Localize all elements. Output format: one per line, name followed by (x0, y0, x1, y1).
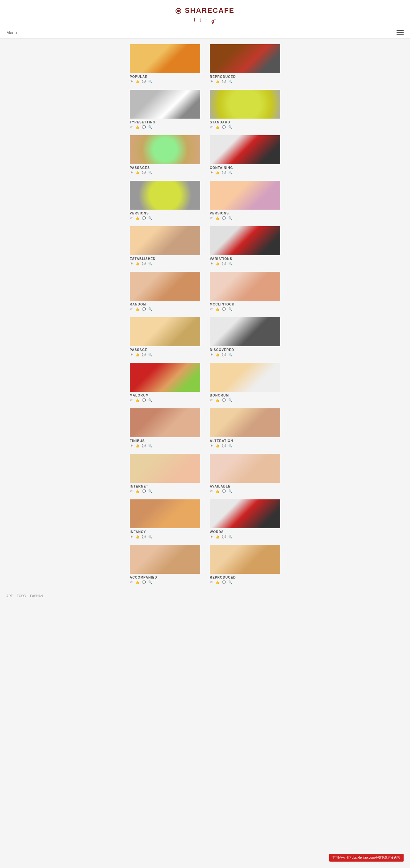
action-icon-1[interactable]: 👍 (215, 125, 219, 129)
action-icon-3[interactable]: 🔍 (228, 353, 232, 356)
action-icon-1[interactable]: 👍 (136, 80, 139, 83)
action-icon-0[interactable]: 👁 (130, 262, 133, 266)
image-variations[interactable] (210, 226, 280, 255)
action-icon-2[interactable]: 💬 (142, 80, 146, 83)
action-icon-2[interactable]: 💬 (222, 581, 226, 584)
action-icon-0[interactable]: 👁 (210, 80, 213, 83)
action-icon-1[interactable]: 👍 (136, 535, 139, 538)
action-icon-2[interactable]: 💬 (142, 262, 146, 266)
image-passages[interactable] (130, 135, 200, 164)
action-icon-0[interactable]: 👁 (210, 307, 213, 311)
action-icon-0[interactable]: 👁 (130, 307, 133, 311)
action-icon-0[interactable]: 👁 (130, 535, 133, 538)
action-icon-3[interactable]: 🔍 (148, 398, 152, 402)
action-icon-1[interactable]: 👍 (136, 398, 139, 402)
action-icon-3[interactable]: 🔍 (228, 398, 232, 402)
action-icon-0[interactable]: 👁 (210, 353, 213, 356)
action-icon-0[interactable]: 👁 (210, 171, 213, 174)
action-icon-3[interactable]: 🔍 (228, 80, 232, 83)
category-fashan[interactable]: FASHAN (30, 594, 43, 598)
action-icon-2[interactable]: 💬 (222, 171, 226, 174)
action-icon-1[interactable]: 👍 (136, 171, 139, 174)
image-versions2[interactable] (210, 181, 280, 210)
action-icon-2[interactable]: 💬 (222, 444, 226, 447)
action-icon-1[interactable]: 👍 (215, 353, 219, 356)
action-icon-3[interactable]: 🔍 (148, 262, 152, 266)
action-icon-3[interactable]: 🔍 (228, 216, 232, 220)
action-icon-1[interactable]: 👍 (215, 535, 219, 538)
action-icon-3[interactable]: 🔍 (148, 216, 152, 220)
action-icon-2[interactable]: 💬 (222, 80, 226, 83)
action-icon-3[interactable]: 🔍 (148, 490, 152, 493)
action-icon-2[interactable]: 💬 (142, 398, 146, 402)
image-versions1[interactable] (130, 181, 200, 210)
action-icon-2[interactable]: 💬 (222, 307, 226, 311)
image-mcclintock[interactable] (210, 272, 280, 301)
action-icon-0[interactable]: 👁 (130, 216, 133, 220)
image-typesetting[interactable] (130, 90, 200, 119)
action-icon-3[interactable]: 🔍 (228, 490, 232, 493)
image-accompanied[interactable] (130, 545, 200, 574)
action-icon-2[interactable]: 💬 (142, 171, 146, 174)
action-icon-2[interactable]: 💬 (222, 490, 226, 493)
action-icon-1[interactable]: 👍 (215, 581, 219, 584)
action-icon-0[interactable]: 👁 (210, 535, 213, 538)
action-icon-1[interactable]: 👍 (136, 581, 139, 584)
action-icon-3[interactable]: 🔍 (228, 262, 232, 266)
image-reproduced2[interactable] (210, 545, 280, 574)
action-icon-0[interactable]: 👁 (210, 216, 213, 220)
action-icon-2[interactable]: 💬 (142, 490, 146, 493)
image-alteration[interactable] (210, 408, 280, 437)
action-icon-1[interactable]: 👍 (215, 171, 219, 174)
image-popular[interactable] (130, 44, 200, 73)
action-icon-2[interactable]: 💬 (142, 353, 146, 356)
image-reproduced[interactable] (210, 44, 280, 73)
image-containing[interactable] (210, 135, 280, 164)
action-icon-1[interactable]: 👍 (136, 490, 139, 493)
action-icon-0[interactable]: 👁 (130, 171, 133, 174)
action-icon-1[interactable]: 👍 (215, 307, 219, 311)
action-icon-0[interactable]: 👁 (130, 80, 133, 83)
image-malorum[interactable] (130, 363, 200, 392)
image-infancy[interactable] (130, 499, 200, 528)
action-icon-2[interactable]: 💬 (142, 444, 146, 447)
image-internet[interactable] (130, 454, 200, 483)
image-finibus[interactable] (130, 408, 200, 437)
action-icon-2[interactable]: 💬 (222, 216, 226, 220)
action-icon-1[interactable]: 👍 (215, 262, 219, 266)
category-food[interactable]: FOOD (17, 594, 26, 598)
action-icon-1[interactable]: 👍 (136, 125, 139, 129)
action-icon-1[interactable]: 👍 (136, 216, 139, 220)
site-logo[interactable]: SHARECAFE (0, 6, 410, 15)
action-icon-3[interactable]: 🔍 (148, 581, 152, 584)
category-art[interactable]: ART (6, 594, 13, 598)
googleplus-icon[interactable]: g+ (211, 17, 216, 24)
hamburger-menu[interactable] (397, 30, 404, 35)
action-icon-3[interactable]: 🔍 (228, 581, 232, 584)
action-icon-2[interactable]: 💬 (142, 307, 146, 311)
action-icon-1[interactable]: 👍 (215, 490, 219, 493)
image-random[interactable] (130, 272, 200, 301)
action-icon-3[interactable]: 🔍 (148, 80, 152, 83)
action-icon-0[interactable]: 👁 (210, 444, 213, 447)
action-icon-0[interactable]: 👁 (210, 581, 213, 584)
image-available[interactable] (210, 454, 280, 483)
action-icon-2[interactable]: 💬 (222, 262, 226, 266)
action-icon-1[interactable]: 👍 (215, 398, 219, 402)
action-icon-0[interactable]: 👁 (130, 353, 133, 356)
action-icon-3[interactable]: 🔍 (148, 307, 152, 311)
action-icon-2[interactable]: 💬 (222, 398, 226, 402)
action-icon-3[interactable]: 🔍 (228, 125, 232, 129)
action-icon-1[interactable]: 👍 (215, 444, 219, 447)
action-icon-3[interactable]: 🔍 (228, 535, 232, 538)
action-icon-1[interactable]: 👍 (136, 307, 139, 311)
action-icon-1[interactable]: 👍 (136, 353, 139, 356)
action-icon-0[interactable]: 👁 (210, 125, 213, 129)
action-icon-0[interactable]: 👁 (210, 398, 213, 402)
floating-promo-button[interactable]: 万同办公社区bbs.xlenlao.com免费下载更多内容 (329, 854, 404, 862)
facebook-icon[interactable]: f (194, 17, 195, 24)
action-icon-0[interactable]: 👁 (130, 490, 133, 493)
action-icon-1[interactable]: 👍 (136, 444, 139, 447)
action-icon-2[interactable]: 💬 (142, 216, 146, 220)
action-icon-0[interactable]: 👁 (130, 444, 133, 447)
